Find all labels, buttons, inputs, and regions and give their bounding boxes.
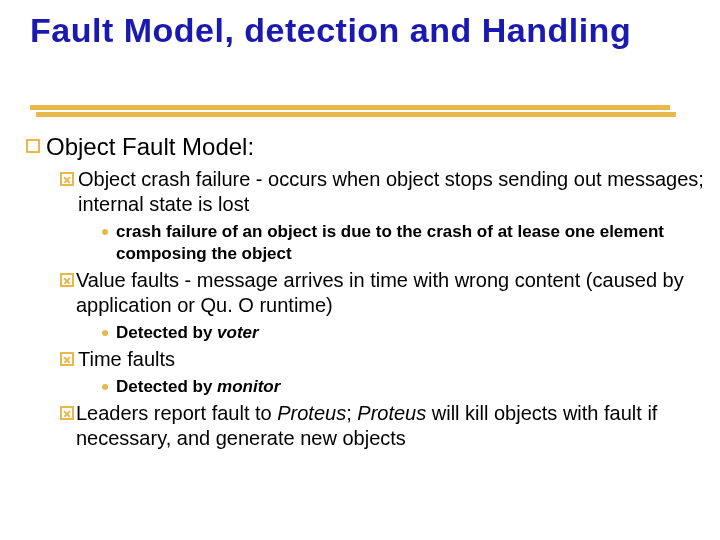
square-x-icon [60, 273, 74, 318]
title-divider-shadow [36, 112, 676, 117]
lvl1-text: Object Fault Model: [46, 133, 254, 161]
italic-text: voter [217, 323, 259, 342]
italic-text: Proteus [277, 402, 346, 424]
square-x-icon [60, 352, 74, 372]
lvl2-text: Value faults - message arrives in time w… [76, 268, 720, 318]
list-item: Detected by monitor [102, 376, 720, 397]
lvl3-text: crash failure of an object is due to the… [116, 221, 720, 264]
square-x-icon [60, 406, 74, 451]
dot-icon [102, 384, 108, 390]
slide-title: Fault Model, detection and Handling [30, 12, 690, 49]
text: ; [346, 402, 357, 424]
text: Detected by [116, 377, 217, 396]
list-item: Time faults [60, 347, 720, 372]
square-outline-icon [26, 139, 40, 161]
slide-content: Object Fault Model: Object crash failure… [0, 133, 720, 451]
list-item: Detected by voter [102, 322, 720, 343]
list-item: Object Fault Model: [26, 133, 720, 161]
square-x-icon [60, 172, 74, 217]
lvl2-text: Leaders report fault to Proteus; Proteus… [76, 401, 720, 451]
lvl2-text: Time faults [78, 347, 175, 372]
list-item: Object crash failure - occurs when objec… [60, 167, 720, 217]
lvl2-text: Object crash failure - occurs when objec… [78, 167, 720, 217]
list-item: Value faults - message arrives in time w… [60, 268, 720, 318]
text: Leaders report fault to [76, 402, 277, 424]
lvl3-text: Detected by monitor [116, 376, 280, 397]
text: Detected by [116, 323, 217, 342]
dot-icon [102, 229, 108, 235]
list-item: crash failure of an object is due to the… [102, 221, 720, 264]
list-item: Leaders report fault to Proteus; Proteus… [60, 401, 720, 451]
lvl3-text: Detected by voter [116, 322, 259, 343]
italic-text: monitor [217, 377, 280, 396]
dot-icon [102, 330, 108, 336]
italic-text: Proteus [357, 402, 431, 424]
title-divider [30, 105, 670, 110]
